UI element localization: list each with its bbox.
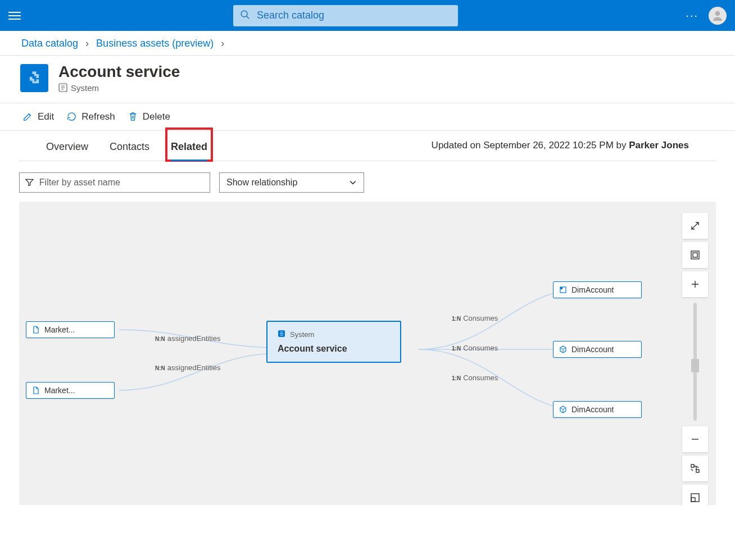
breadcrumb: Data catalog › Business assets (preview)… [0, 31, 735, 56]
edge-label: 1:NConsumes [452, 344, 498, 352]
cube-icon [559, 406, 567, 413]
filter-input[interactable] [38, 177, 204, 188]
edge-label: N:NassignedEntities [155, 363, 220, 372]
graph-node-market[interactable]: Market... [26, 321, 115, 338]
svg-rect-6 [560, 287, 562, 289]
asset-subtype: System [58, 83, 180, 93]
page-title: Account service [58, 63, 180, 81]
system-icon [278, 330, 285, 339]
tab-row: Overview Contacts Related Updated on Sep… [19, 131, 716, 161]
graph-node-dimaccount[interactable]: DimAccount [553, 341, 642, 358]
zoom-out-button[interactable] [682, 426, 708, 452]
edit-icon [22, 111, 33, 122]
file-icon [32, 326, 40, 334]
layout-button[interactable] [682, 456, 708, 481]
edge-label: 1:NConsumes [452, 314, 498, 322]
menu-button[interactable] [8, 7, 25, 24]
svg-rect-8 [693, 253, 697, 257]
fit-button[interactable] [682, 242, 708, 268]
svg-point-2 [715, 11, 720, 15]
table-icon [559, 286, 567, 294]
zoom-in-button[interactable] [682, 271, 708, 297]
edge-label: 1:NConsumes [452, 374, 498, 382]
zoom-slider[interactable] [693, 303, 697, 421]
refresh-icon [66, 111, 77, 122]
file-icon [32, 386, 40, 394]
graph-node-dimaccount[interactable]: DimAccount [553, 281, 642, 298]
command-bar: Edit Refresh Delete [0, 103, 735, 131]
svg-rect-12 [691, 498, 695, 502]
chevron-down-icon [349, 179, 357, 186]
updated-text: Updated on September 26, 2022 10:25 PM b… [432, 140, 689, 151]
search-icon [240, 10, 256, 22]
system-icon [58, 83, 67, 92]
chevron-right-icon: › [85, 38, 89, 49]
svg-rect-10 [696, 470, 699, 472]
filter-icon [25, 178, 34, 187]
search-box[interactable] [233, 5, 458, 26]
canvas-tools [682, 213, 708, 505]
delete-button[interactable]: Delete [128, 111, 170, 122]
tab-related[interactable]: Related [171, 131, 207, 161]
delete-icon [128, 111, 138, 122]
controls-row: Show relationship [0, 161, 735, 202]
svg-rect-7 [691, 251, 699, 259]
graph-node-center[interactable]: System Account service [266, 321, 401, 363]
tab-overview[interactable]: Overview [46, 131, 88, 161]
cube-icon [559, 345, 567, 353]
svg-point-0 [241, 11, 247, 17]
svg-rect-9 [691, 465, 694, 467]
breadcrumb-item-assets[interactable]: Business assets (preview) [96, 38, 214, 49]
svg-line-1 [247, 16, 249, 19]
graph-node-market[interactable]: Market... [26, 382, 115, 399]
more-button[interactable]: ··· [686, 9, 698, 22]
filter-box[interactable] [19, 172, 210, 193]
tab-contacts[interactable]: Contacts [110, 131, 149, 161]
lineage-canvas[interactable]: Market... Market... N:NassignedEntities … [19, 202, 716, 505]
topbar: ··· [0, 0, 735, 31]
edge-label: N:NassignedEntities [155, 334, 220, 343]
asset-type-icon [20, 64, 48, 92]
search-input[interactable] [256, 9, 451, 22]
chevron-right-icon: › [221, 38, 224, 49]
minimap-button[interactable] [682, 485, 708, 505]
asset-header: Account service System [0, 56, 735, 103]
breadcrumb-item-catalog[interactable]: Data catalog [21, 38, 78, 49]
zoom-thumb[interactable] [691, 359, 699, 372]
canvas-wrap: Market... Market... N:NassignedEntities … [19, 202, 716, 505]
graph-node-dimaccount[interactable]: DimAccount [553, 401, 642, 418]
refresh-button[interactable]: Refresh [66, 111, 115, 122]
relationship-dropdown[interactable]: Show relationship [219, 172, 364, 193]
avatar[interactable] [709, 7, 727, 25]
edit-button[interactable]: Edit [22, 111, 54, 122]
expand-button[interactable] [682, 213, 708, 239]
